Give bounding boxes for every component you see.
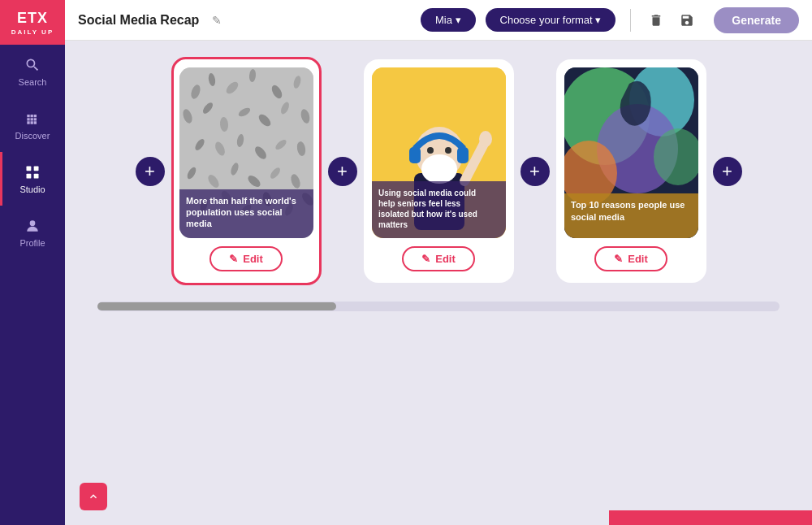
card-3: Top 10 reasons people use social media ✎… [556, 59, 706, 283]
card-1-edit-label: Edit [243, 253, 263, 265]
svg-text:matters: matters [378, 220, 408, 229]
svg-rect-3 [34, 174, 39, 179]
sidebar-label-studio: Studio [19, 184, 45, 194]
edit-icon-1: ✎ [229, 253, 238, 265]
content-area: + [65, 41, 812, 525]
svg-point-4 [30, 220, 36, 226]
svg-rect-45 [409, 147, 421, 163]
svg-text:isolated but how it's used: isolated but how it's used [378, 210, 477, 219]
svg-text:population uses social: population uses social [186, 207, 283, 217]
save-button[interactable] [676, 10, 698, 31]
format-button[interactable]: Choose your format ▾ [486, 8, 616, 32]
svg-point-47 [427, 147, 434, 154]
bottom-accent-bar [609, 510, 812, 525]
sidebar-label-discover: Discover [15, 131, 50, 141]
sidebar-item-profile[interactable]: Profile [0, 206, 65, 259]
svg-point-48 [445, 147, 451, 154]
header: Social Media Recap ✎ Mia ▾ Choose your f… [65, 0, 812, 41]
card-2-bg: Using social media could help seniors fe… [372, 67, 506, 238]
main-content: Social Media Recap ✎ Mia ▾ Choose your f… [65, 0, 812, 525]
logo-text: ETX [17, 10, 48, 27]
scrollbar-thumb[interactable] [97, 302, 336, 310]
svg-text:social media: social media [571, 212, 625, 222]
logo-sub: DAILY UP [11, 28, 54, 36]
add-between-1-2[interactable]: + [328, 157, 357, 186]
svg-rect-0 [27, 167, 32, 171]
page-title: Social Media Recap [78, 13, 199, 28]
header-divider [630, 9, 631, 32]
card-1-edit-button[interactable]: ✎ Edit [209, 246, 283, 271]
card-2-edit-label: Edit [435, 253, 456, 265]
sidebar: ETX DAILY UP Search Discover Studio [0, 0, 65, 525]
svg-text:help seniors feel less: help seniors feel less [378, 199, 461, 208]
svg-rect-2 [27, 174, 32, 179]
cards-container: + [65, 41, 812, 302]
studio-icon [24, 163, 41, 181]
card-3-bg: Top 10 reasons people use social media [564, 67, 698, 238]
horizontal-scrollbar[interactable] [97, 302, 780, 311]
add-between-2-3[interactable]: + [520, 157, 550, 186]
svg-text:media: media [186, 219, 213, 228]
card-1-bg: More than half the world's population us… [179, 67, 313, 238]
svg-rect-1 [34, 167, 39, 171]
sidebar-label-search: Search [19, 77, 47, 87]
app-logo: ETX DAILY UP [0, 0, 65, 45]
svg-text:Top 10 reasons people use: Top 10 reasons people use [571, 200, 685, 210]
search-icon [24, 56, 41, 74]
scroll-to-top-button[interactable] [80, 483, 107, 510]
edit-icon-2: ✎ [421, 253, 430, 265]
scrollbar-container [65, 302, 812, 328]
add-after-card-3[interactable]: + [713, 157, 742, 186]
svg-point-50 [479, 131, 492, 147]
svg-text:Using social media could: Using social media could [378, 189, 476, 197]
add-before-card-1[interactable]: + [136, 157, 165, 186]
sidebar-label-profile: Profile [19, 238, 45, 248]
card-2: Using social media could help seniors fe… [364, 59, 514, 283]
svg-point-44 [421, 154, 457, 184]
sidebar-item-studio[interactable]: Studio [0, 152, 65, 206]
card-2-edit-button[interactable]: ✎ Edit [402, 246, 475, 271]
delete-button[interactable] [646, 10, 667, 31]
card-2-image: Using social media could help seniors fe… [372, 67, 506, 238]
svg-rect-46 [457, 147, 469, 163]
edit-title-icon[interactable]: ✎ [212, 14, 222, 27]
bottom-area [65, 328, 812, 525]
card-3-image: Top 10 reasons people use social media [564, 67, 698, 238]
sidebar-item-search[interactable]: Search [0, 45, 65, 98]
card-3-edit-label: Edit [628, 253, 648, 265]
generate-button[interactable]: Generate [714, 7, 799, 33]
card-3-edit-button[interactable]: ✎ Edit [594, 246, 667, 271]
card-1-image: More than half the world's population us… [179, 67, 313, 238]
edit-icon-3: ✎ [614, 253, 623, 265]
profile-icon [24, 217, 41, 235]
mia-button[interactable]: Mia ▾ [421, 8, 476, 32]
card-1: More than half the world's population us… [171, 57, 322, 285]
svg-text:More than half the world's: More than half the world's [186, 196, 296, 206]
discover-icon [24, 110, 41, 128]
sidebar-item-discover[interactable]: Discover [0, 98, 65, 152]
